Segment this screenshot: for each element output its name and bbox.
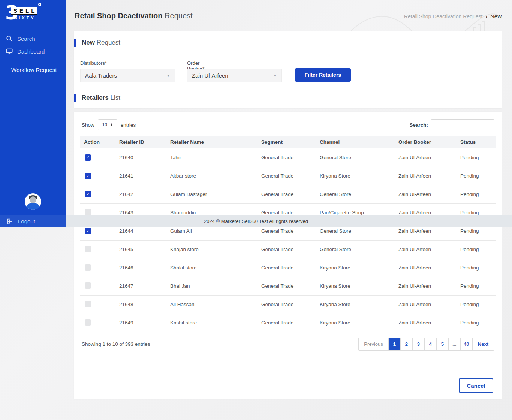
row-checkbox-checked[interactable]: ✓	[85, 173, 91, 179]
cell-order-booker: Zain Ul-Arfeen	[395, 240, 457, 259]
new-request-card: New Request Distributors* Order Booker* …	[74, 31, 502, 108]
cell-order-booker: Zain Ul-Arfeen	[395, 167, 457, 185]
sidebar-menu: Search Dashboard Workflow Request	[0, 32, 66, 76]
heading-accent-bar	[74, 94, 76, 102]
cell-order-booker: Zain Ul-Arfeen	[395, 314, 457, 332]
cell-channel: Kiryana Store	[316, 314, 395, 332]
logout-button[interactable]: Logout	[0, 215, 66, 227]
pagination-page-1[interactable]: 1	[389, 338, 401, 350]
cell-segment: General Trade	[257, 295, 316, 314]
column-header: Order Booker	[395, 136, 457, 148]
search-label: Search:	[409, 122, 428, 128]
pagination-ellipsis: ...	[449, 338, 461, 350]
distributors-select[interactable]: Aala Traders ▼	[80, 69, 175, 82]
cancel-button[interactable]: Cancel	[459, 378, 493, 393]
table-row: ✓21641Akbar storeGeneral TradeKiryana St…	[80, 167, 496, 185]
pagination-page-5[interactable]: 5	[437, 338, 449, 350]
cell-order-booker: Zain Ul-Arfeen	[395, 148, 457, 167]
monitor-icon	[6, 48, 13, 55]
column-header: Status	[457, 136, 496, 148]
cell-segment: General Trade	[257, 314, 316, 332]
cell-retailer-name: Kashif store	[166, 314, 257, 332]
pagination-page-40[interactable]: 40	[461, 338, 473, 350]
column-header: Action	[80, 136, 115, 148]
breadcrumb-current: New	[490, 13, 502, 19]
pagination-next[interactable]: Next	[473, 338, 494, 350]
cell-channel: General Store	[316, 185, 395, 203]
cell-status: Pending	[457, 277, 496, 295]
table-row: 21648Ali HassanGeneral TradeKiryana Stor…	[80, 295, 496, 314]
cell-retailer-id: 21640	[115, 148, 166, 167]
sidebar-item-workflow-request[interactable]: Workflow Request	[0, 64, 66, 76]
page-length-select[interactable]: 10 ▲▼	[98, 119, 117, 130]
cell-channel: Kiryana Store	[316, 167, 395, 185]
cell-retailer-id: 21646	[115, 259, 166, 277]
sidebar: 3 SELL SIXTY Search Dashboard Workflow R…	[0, 0, 66, 227]
sidebar-item-dashboard[interactable]: Dashboard	[0, 45, 66, 58]
cell-retailer-name: Bhai Jan	[166, 277, 257, 295]
new-request-heading: New Request	[74, 39, 502, 46]
cell-segment: General Trade	[257, 240, 316, 259]
breadcrumb: Retail Shop Deactivation Request › New	[404, 13, 502, 19]
cell-order-booker: Zain Ul-Arfeen	[395, 259, 457, 277]
order-booker-select[interactable]: Zain Ul-Arfeen ▼	[187, 69, 282, 82]
cell-status: Pending	[457, 259, 496, 277]
pagination-previous[interactable]: Previous	[359, 338, 389, 350]
avatar	[25, 193, 41, 210]
row-checkbox-unchecked[interactable]	[85, 301, 91, 307]
table-row: 21649Kashif storeGeneral TradeKiryana St…	[80, 314, 496, 332]
filter-retailers-button[interactable]: Filter Retailers	[295, 68, 351, 82]
page-title-bold: Retail Shop Deactivation	[75, 12, 163, 20]
search-control: Search:	[409, 119, 494, 130]
column-header: Channel	[316, 136, 395, 148]
sidebar-item-search[interactable]: Search	[0, 32, 66, 45]
chevron-down-icon: ▼	[273, 73, 277, 78]
row-checkbox-unchecked[interactable]	[85, 264, 91, 271]
cell-channel: General Store	[316, 240, 395, 259]
cell-status: Pending	[457, 295, 496, 314]
cell-channel: General Store	[316, 148, 395, 167]
row-checkbox-checked[interactable]: ✓	[85, 228, 91, 234]
column-header: Segment	[257, 136, 316, 148]
row-checkbox-unchecked[interactable]	[85, 209, 91, 215]
table-footer: Showing 1 to 10 of 393 entries Previous1…	[74, 332, 502, 351]
up-down-arrows-icon: ▲▼	[110, 123, 113, 126]
cell-retailer-name: Ali Hassan	[166, 295, 257, 314]
search-input[interactable]	[431, 119, 494, 130]
pagination: Previous12345...40Next	[358, 338, 494, 351]
heading-bold: New	[82, 39, 95, 46]
cell-order-booker: Zain Ul-Arfeen	[395, 277, 457, 295]
heading-light: Request	[97, 39, 120, 46]
chevron-down-icon: ▼	[166, 73, 170, 78]
sidebar-item-label: Dashboard	[17, 48, 45, 55]
row-checkbox-checked[interactable]: ✓	[85, 154, 91, 161]
cell-order-booker: Zain Ul-Arfeen	[395, 295, 457, 314]
cell-status: Pending	[457, 167, 496, 185]
breadcrumb-parent[interactable]: Retail Shop Deactivation Request	[404, 13, 482, 19]
row-checkbox-unchecked[interactable]	[85, 246, 91, 252]
cell-retailer-id: 21649	[115, 314, 166, 332]
cell-retailer-id: 21648	[115, 295, 166, 314]
row-checkbox-unchecked[interactable]	[85, 282, 91, 289]
main-content: Retail Shop Deactivation Request Retail …	[66, 0, 512, 420]
page-title: Retail Shop Deactivation Request	[75, 12, 193, 20]
page-length-value: 10	[102, 122, 107, 127]
retailers-table-body: ✓21640TahirGeneral TradeGeneral StoreZai…	[80, 148, 496, 332]
row-checkbox-checked[interactable]: ✓	[85, 191, 91, 197]
heading-bold: Retailers	[82, 94, 109, 101]
retailers-table: ActionRetailer IDRetailer NameSegmentCha…	[80, 136, 496, 332]
column-header: Retailer Name	[166, 136, 257, 148]
table-row: 21646Shakil storeGeneral TradeKiryana St…	[80, 259, 496, 277]
cell-segment: General Trade	[257, 259, 316, 277]
pagination-page-2[interactable]: 2	[401, 338, 413, 350]
row-checkbox-unchecked[interactable]	[85, 319, 91, 326]
logout-icon	[6, 218, 13, 225]
card-divider	[74, 375, 502, 375]
column-header: Retailer ID	[115, 136, 166, 148]
brand-logo[interactable]: 3 SELL SIXTY	[5, 4, 43, 24]
pagination-page-4[interactable]: 4	[425, 338, 437, 350]
user-avatar-wrap	[0, 193, 66, 211]
pagination-page-3[interactable]: 3	[413, 338, 425, 350]
sidebar-item-label: Search	[17, 36, 35, 42]
cell-channel: Kiryana Store	[316, 259, 395, 277]
